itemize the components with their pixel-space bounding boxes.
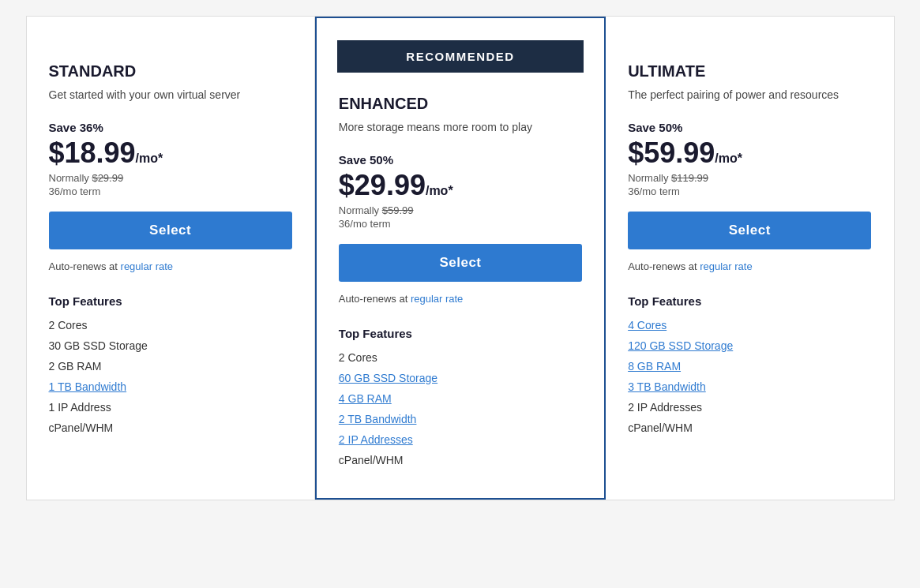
feature-item-standard-3: 1 TB Bandwidth [49, 380, 292, 393]
pricing-table: STANDARDGet started with your own virtua… [26, 16, 895, 500]
feature-link-enhanced-1[interactable]: 60 GB SSD Storage [339, 372, 437, 384]
price-main-standard: $18.99/mo* [49, 137, 292, 169]
save-label-ultimate: Save 50% [628, 121, 871, 134]
feature-item-standard-4: 1 IP Address [49, 401, 292, 414]
price-normal-ultimate: Normally $119.99 [628, 172, 871, 184]
price-main-enhanced: $29.99/mo* [339, 170, 582, 201]
save-label-enhanced: Save 50% [339, 153, 582, 167]
auto-renew-standard: Auto-renews at regular rate [49, 260, 292, 272]
select-button-ultimate[interactable]: Select [628, 212, 871, 249]
feature-link-ultimate-2[interactable]: 8 GB RAM [628, 360, 681, 373]
price-term-enhanced: 36/mo term [339, 218, 582, 230]
auto-renew-enhanced: Auto-renews at regular rate [339, 293, 582, 305]
price-normal-enhanced: Normally $59.99 [339, 204, 582, 216]
feature-item-enhanced-4: 2 IP Addresses [339, 433, 582, 446]
feature-item-standard-1: 30 GB SSD Storage [49, 339, 292, 352]
feature-item-enhanced-0: 2 Cores [339, 351, 582, 364]
plan-desc-standard: Get started with your own virtual server [49, 87, 292, 103]
feature-item-ultimate-4: 2 IP Addresses [628, 401, 871, 414]
top-features-label-ultimate: Top Features [628, 294, 871, 308]
plan-name-ultimate: ULTIMATE [628, 62, 871, 81]
recommended-banner: RECOMMENDED [337, 40, 584, 73]
feature-link-standard-3[interactable]: 1 TB Bandwidth [49, 380, 127, 393]
feature-item-ultimate-2: 8 GB RAM [628, 360, 871, 373]
feature-link-ultimate-3[interactable]: 3 TB Bandwidth [628, 380, 706, 393]
feature-item-standard-0: 2 Cores [49, 319, 292, 331]
select-button-enhanced[interactable]: Select [339, 244, 582, 282]
feature-link-enhanced-4[interactable]: 2 IP Addresses [339, 433, 413, 446]
feature-item-enhanced-2: 4 GB RAM [339, 392, 582, 405]
save-label-standard: Save 36% [49, 121, 292, 134]
price-term-standard: 36/mo term [49, 185, 292, 197]
plan-desc-ultimate: The perfect pairing of power and resourc… [628, 87, 871, 103]
feature-item-enhanced-1: 60 GB SSD Storage [339, 372, 582, 384]
feature-item-ultimate-5: cPanel/WHM [628, 421, 871, 434]
plan-desc-enhanced: More storage means more room to play [339, 119, 582, 136]
feature-link-ultimate-1[interactable]: 120 GB SSD Storage [628, 339, 733, 352]
plan-name-enhanced: ENHANCED [339, 95, 582, 113]
regular-rate-link-ultimate[interactable]: regular rate [700, 260, 752, 272]
regular-rate-link-enhanced[interactable]: regular rate [411, 293, 463, 305]
plan-col-standard: STANDARDGet started with your own virtua… [27, 17, 315, 500]
regular-rate-link-standard[interactable]: regular rate [121, 260, 173, 272]
feature-item-ultimate-0: 4 Cores [628, 319, 871, 331]
feature-link-enhanced-3[interactable]: 2 TB Bandwidth [339, 413, 417, 425]
feature-item-enhanced-5: cPanel/WHM [339, 454, 582, 466]
price-main-ultimate: $59.99/mo* [628, 137, 871, 169]
plan-name-standard: STANDARD [49, 62, 292, 81]
top-features-label-standard: Top Features [49, 294, 292, 308]
top-features-label-enhanced: Top Features [339, 327, 582, 340]
feature-item-enhanced-3: 2 TB Bandwidth [339, 413, 582, 425]
feature-item-ultimate-3: 3 TB Bandwidth [628, 380, 871, 393]
plan-col-enhanced: RECOMMENDEDENHANCEDMore storage means mo… [315, 17, 606, 500]
feature-item-standard-5: cPanel/WHM [49, 421, 292, 434]
feature-link-enhanced-2[interactable]: 4 GB RAM [339, 392, 392, 405]
price-normal-standard: Normally $29.99 [49, 172, 292, 184]
plan-col-ultimate: ULTIMATEThe perfect pairing of power and… [606, 17, 893, 500]
price-term-ultimate: 36/mo term [628, 185, 871, 197]
feature-link-ultimate-0[interactable]: 4 Cores [628, 319, 667, 331]
auto-renew-ultimate: Auto-renews at regular rate [628, 260, 871, 272]
feature-item-standard-2: 2 GB RAM [49, 360, 292, 373]
feature-item-ultimate-1: 120 GB SSD Storage [628, 339, 871, 352]
select-button-standard[interactable]: Select [49, 212, 292, 249]
